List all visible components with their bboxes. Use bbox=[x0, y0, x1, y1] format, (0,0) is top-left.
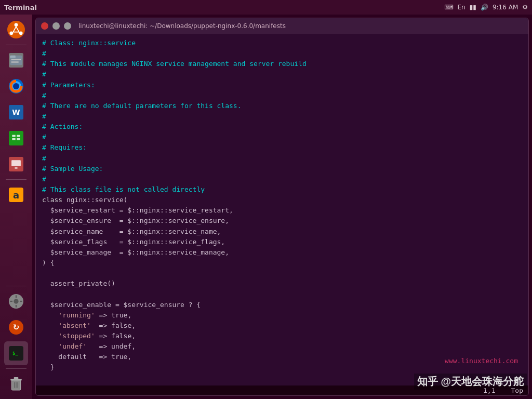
sidebar-divider-2 bbox=[6, 179, 26, 180]
svg-rect-18 bbox=[15, 167, 17, 169]
lang-indicator: En bbox=[458, 4, 466, 11]
gear-icon[interactable]: ⚙ bbox=[522, 4, 528, 11]
sidebar: W bbox=[0, 15, 32, 399]
impress-icon bbox=[9, 157, 23, 171]
svg-rect-24 bbox=[20, 301, 22, 302]
svg-rect-22 bbox=[16, 305, 17, 308]
svg-rect-31 bbox=[14, 377, 19, 379]
sidebar-item-updater[interactable]: ↻ bbox=[4, 315, 28, 339]
battery-indicator: ▮▮ bbox=[470, 4, 476, 11]
amazon-icon: a bbox=[9, 188, 23, 202]
svg-point-20 bbox=[14, 299, 18, 303]
sidebar-divider-1 bbox=[6, 45, 26, 45]
volume-icon: 🔊 bbox=[481, 4, 488, 11]
svg-rect-5 bbox=[10, 56, 15, 58]
updater-icon: ↻ bbox=[9, 320, 23, 335]
trash-icon bbox=[9, 377, 23, 391]
svg-rect-21 bbox=[16, 295, 17, 298]
sidebar-item-firefox[interactable] bbox=[4, 74, 28, 98]
svg-rect-13 bbox=[17, 135, 20, 137]
maximize-button[interactable] bbox=[64, 22, 71, 30]
sidebar-divider-3 bbox=[6, 286, 26, 286]
files-icon bbox=[9, 53, 23, 68]
top-bar-left: Terminal bbox=[4, 4, 37, 11]
terminal-icon: $_ bbox=[9, 346, 23, 361]
terminal-window: linuxtechi@linuxtechi: ~/Downloads/puppe… bbox=[35, 18, 529, 396]
clock: 9:16 AM bbox=[493, 4, 518, 11]
svg-point-3 bbox=[19, 31, 23, 35]
svg-point-2 bbox=[9, 31, 13, 35]
terminal-title: linuxtechi@linuxtechi: ~/Downloads/puppe… bbox=[78, 22, 286, 30]
zhihu-watermark: 知乎 @天地会珠海分舵 bbox=[414, 374, 527, 390]
top-bar: Terminal ⌨ En ▮▮ 🔊 9:16 AM ⚙ bbox=[0, 0, 532, 15]
svg-point-10 bbox=[13, 83, 19, 89]
svg-rect-23 bbox=[10, 301, 12, 302]
sidebar-item-calc[interactable] bbox=[4, 126, 28, 150]
sidebar-item-writer[interactable]: W bbox=[4, 100, 28, 124]
calc-icon bbox=[9, 131, 23, 145]
settings-icon bbox=[9, 294, 23, 309]
svg-rect-17 bbox=[11, 160, 21, 166]
minimize-button[interactable] bbox=[52, 22, 60, 30]
sidebar-divider-4 bbox=[6, 368, 26, 369]
svg-rect-12 bbox=[12, 135, 15, 137]
sidebar-item-amazon[interactable]: a bbox=[4, 183, 28, 207]
top-bar-title: Terminal bbox=[4, 4, 37, 11]
keyboard-icon: ⌨ bbox=[444, 4, 453, 11]
sidebar-item-terminal[interactable]: $_ bbox=[4, 341, 28, 365]
main-layout: W bbox=[0, 15, 532, 399]
sidebar-item-settings[interactable] bbox=[4, 289, 28, 313]
writer-icon: W bbox=[9, 105, 23, 119]
svg-rect-7 bbox=[11, 61, 19, 62]
firefox-icon bbox=[8, 78, 24, 95]
terminal-body[interactable]: # Class: nginx::service # # This module … bbox=[36, 34, 528, 385]
ubuntu-logo bbox=[7, 21, 25, 38]
code-display: # Class: nginx::service # # This module … bbox=[42, 38, 522, 385]
sidebar-item-impress[interactable] bbox=[4, 152, 28, 176]
close-button[interactable] bbox=[41, 22, 48, 30]
watermark: www.linuxtechi.com bbox=[445, 357, 518, 365]
svg-rect-6 bbox=[11, 59, 21, 60]
svg-rect-15 bbox=[17, 138, 20, 140]
terminal-titlebar: linuxtechi@linuxtechi: ~/Downloads/puppe… bbox=[36, 18, 528, 34]
terminal-area: linuxtechi@linuxtechi: ~/Downloads/puppe… bbox=[32, 15, 532, 399]
svg-rect-11 bbox=[10, 132, 22, 144]
sidebar-item-trash[interactable] bbox=[4, 372, 28, 396]
sidebar-item-files[interactable] bbox=[4, 48, 28, 72]
svg-text:$_: $_ bbox=[12, 351, 18, 356]
sidebar-item-ubuntu[interactable] bbox=[4, 18, 28, 42]
svg-rect-14 bbox=[12, 138, 15, 140]
svg-text:↻: ↻ bbox=[13, 323, 20, 332]
top-bar-right: ⌨ En ▮▮ 🔊 9:16 AM ⚙ bbox=[444, 4, 528, 11]
